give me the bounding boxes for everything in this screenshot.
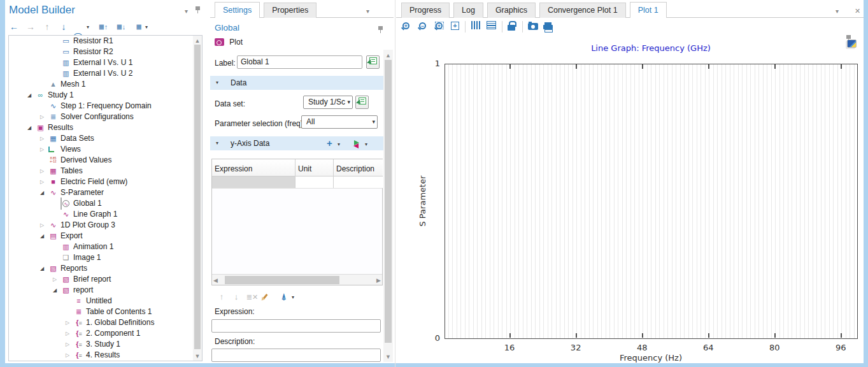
close-icon[interactable]: ✕ — [855, 8, 860, 14]
tree-item-export[interactable]: ◢▤Export — [9, 231, 202, 241]
panel-dropdown-icon[interactable]: ▾ — [185, 8, 188, 15]
tab-graphics[interactable]: Graphics — [487, 3, 536, 18]
collapse-arrow-icon[interactable]: ◢ — [25, 122, 33, 133]
panel-dropdown-icon[interactable]: ▾ — [836, 8, 839, 15]
table-horizontal-scrollbar[interactable]: ◀ ▶ — [212, 274, 382, 285]
tab-progress[interactable]: Progress — [401, 3, 450, 18]
collapse-arrow-icon[interactable]: ◢ — [38, 263, 46, 274]
panel-dropdown-icon[interactable]: ▾ — [366, 8, 369, 15]
insert-range-icon[interactable]: ⍋ — [278, 291, 290, 303]
tree-item-data-sets[interactable]: ▷▦Data Sets — [9, 133, 202, 144]
move-down-icon[interactable]: ↓ — [57, 21, 70, 32]
tree-item-solver-configurations[interactable]: ▷≣Solver Configurations — [9, 112, 202, 122]
snapshot-icon[interactable] — [528, 21, 541, 34]
expand-arrow-icon[interactable]: ▷ — [38, 133, 46, 144]
scroll-up-icon[interactable]: ▲ — [193, 38, 202, 44]
table-cell-unit[interactable] — [295, 176, 334, 188]
zoom-out-icon[interactable]: − — [419, 21, 432, 34]
zoom-box-icon[interactable]: + — [436, 21, 448, 34]
label-input[interactable]: Global 1 — [237, 55, 362, 69]
tree-item-untitled[interactable]: ≡Untitled — [9, 296, 202, 306]
add-dropdown-icon[interactable]: ▾ — [338, 138, 340, 152]
tree-item-external-i-vs-u-2[interactable]: ▥External I Vs. U 2 — [9, 68, 202, 79]
collapse-arrow-icon[interactable]: ◢ — [25, 90, 33, 101]
move-down-icon[interactable]: ↓ — [230, 291, 243, 303]
section-collapse-icon[interactable]: ▾ — [216, 136, 218, 150]
description-input[interactable] — [211, 349, 381, 362]
scroll-left-icon[interactable]: ◀ — [213, 277, 218, 284]
expand-arrow-icon[interactable]: ▷ — [64, 328, 71, 339]
replace-expression-icon[interactable] — [353, 140, 360, 148]
tree-item-1d-plot-group-3[interactable]: ▷∿1D Plot Group 3 — [9, 220, 202, 231]
expression-input[interactable] — [211, 319, 381, 333]
show-dropdown-icon[interactable]: ▾ — [87, 24, 89, 30]
tree-item-2-component-1[interactable]: ▷{≡2. Component 1 — [9, 328, 202, 339]
zoom-in-icon[interactable]: + — [402, 21, 415, 34]
data-section-header[interactable]: ▾ Data — [210, 76, 383, 90]
tree-item-derived-values[interactable]: 8.85e-12Derived Values — [9, 155, 202, 166]
tab-settings[interactable]: Settings — [215, 2, 260, 18]
tree-item-image-1[interactable]: ❏Image 1 — [9, 252, 202, 263]
tree-item-1-global-definitions[interactable]: ▷{≡1. Global Definitions — [9, 317, 202, 328]
plot-window-icon[interactable] — [847, 40, 857, 48]
column-header-unit[interactable]: Unit — [295, 159, 334, 176]
scroll-up-icon[interactable]: ▲ — [383, 52, 393, 59]
expand-arrow-icon[interactable]: ▷ — [38, 144, 46, 155]
collapse-selected-icon[interactable]: ≣↑ — [97, 21, 110, 32]
lock-axes-icon[interactable] — [508, 21, 520, 34]
insert-range-dropdown-icon[interactable]: ▾ — [292, 294, 294, 300]
tab-log[interactable]: Log — [453, 3, 483, 18]
tree-scrollbar-thumb[interactable] — [194, 45, 201, 349]
replace-expression-dropdown-icon[interactable]: ▾ — [365, 138, 367, 152]
collapse-arrow-icon[interactable]: ◢ — [38, 187, 46, 198]
tree-item-4-results[interactable]: ▷{≡4. Results — [9, 350, 202, 361]
expand-arrow-icon[interactable]: ▷ — [38, 112, 46, 122]
clear-table-icon[interactable] — [264, 291, 266, 300]
tree-item-global-1[interactable]: Global 1 — [9, 198, 202, 209]
tree-item-study-1[interactable]: ◢∞Study 1 — [9, 90, 202, 101]
edit-label-button[interactable] — [366, 55, 380, 69]
print-icon[interactable] — [543, 21, 556, 34]
expand-arrow-icon[interactable]: ▷ — [64, 317, 71, 328]
tree-item-animation-1[interactable]: ▥Animation 1 — [9, 241, 202, 252]
tree-item-tables[interactable]: ▷▦Tables — [9, 166, 202, 176]
tree-item-brief-report[interactable]: ▷▧Brief report — [9, 274, 202, 285]
column-header-description[interactable]: Description — [334, 159, 383, 176]
scroll-down-icon[interactable]: ▼ — [383, 354, 393, 360]
section-collapse-icon[interactable]: ▾ — [216, 76, 218, 90]
scroll-right-icon[interactable]: ▶ — [376, 277, 381, 284]
tree-item-resistor-r1[interactable]: ▭Resistor R1 — [9, 36, 202, 47]
plot-button[interactable]: Plot — [215, 38, 243, 47]
tree-item-s-parameter[interactable]: ◢∿S-Parameter — [9, 187, 202, 198]
expand-arrow-icon[interactable]: ▷ — [38, 220, 46, 231]
tree-item-views[interactable]: ▷Views — [9, 144, 202, 155]
back-icon[interactable]: ← — [8, 21, 20, 32]
y-axis-data-section-header[interactable]: ▾ y-Axis Data + ▾ ▾ — [210, 136, 383, 150]
plot-area[interactable] — [445, 64, 858, 339]
expand-selected-icon[interactable]: ≣↓ — [115, 21, 127, 32]
pin-icon[interactable] — [195, 6, 201, 13]
tree-scrollbar[interactable]: ▲ ▼ — [193, 36, 202, 361]
delete-row-icon[interactable]: ≣✕ — [246, 291, 259, 303]
expand-arrow-icon[interactable]: ▷ — [38, 166, 46, 176]
node-text-icon[interactable]: ≣ — [132, 21, 145, 32]
tab-plot-1[interactable]: Plot 1 — [630, 2, 667, 18]
tree-item-step-1-frequency-domain[interactable]: ∿Step 1: Frequency Domain — [9, 101, 202, 112]
collapse-arrow-icon[interactable]: ◢ — [51, 285, 59, 296]
table-cell-description[interactable] — [334, 176, 383, 188]
column-header-expression[interactable]: Expression — [212, 159, 295, 176]
x-gridlines-icon[interactable] — [471, 21, 484, 34]
scroll-down-icon[interactable]: ▼ — [193, 353, 202, 359]
expand-arrow-icon[interactable]: ▷ — [51, 274, 59, 285]
settings-scrollbar-thumb[interactable] — [385, 60, 392, 343]
add-icon[interactable]: + — [327, 136, 332, 150]
go-to-source-button[interactable] — [355, 96, 369, 109]
y-gridlines-icon[interactable] — [487, 21, 499, 34]
move-up-icon[interactable]: ↑ — [41, 21, 53, 32]
move-up-icon[interactable]: ↑ — [215, 291, 228, 303]
forward-icon[interactable]: → — [24, 21, 37, 32]
collapse-arrow-icon[interactable]: ◢ — [38, 231, 46, 241]
tree-item-external-i-vs-u-1[interactable]: ▥External I Vs. U 1 — [9, 57, 202, 68]
tab-convergence-plot-1[interactable]: Convergence Plot 1 — [539, 3, 626, 18]
tree-item-results[interactable]: ◢▣Results — [9, 122, 202, 133]
